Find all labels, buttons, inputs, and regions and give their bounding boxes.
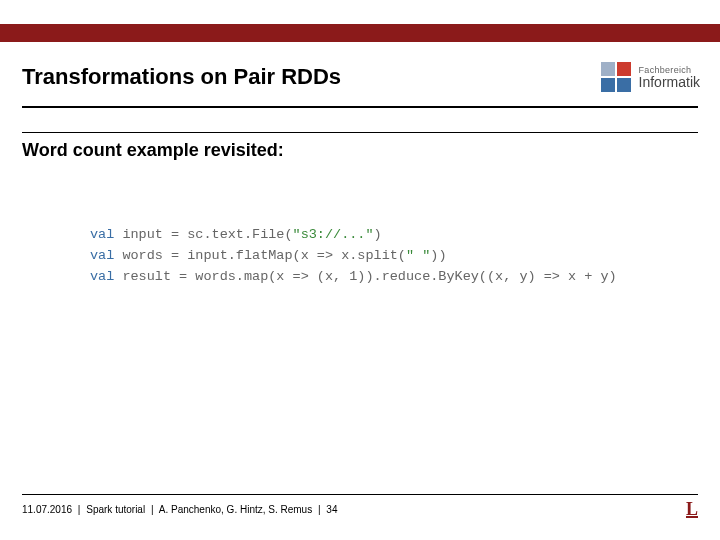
string-literal: " " [406, 248, 430, 263]
code-text: result = words.map(x => (x, 1)).reduce.B… [114, 269, 616, 284]
logo-text: Fachbereich Informatik [639, 66, 700, 89]
code-text: )) [430, 248, 446, 263]
corner-logo: L [686, 499, 698, 520]
footer-date: 11.07.2016 [22, 504, 72, 515]
footer-course: Spark tutorial [86, 504, 145, 515]
footer-page: 34 [326, 504, 337, 515]
footer-meta: 11.07.2016 | Spark tutorial | A. Panchen… [22, 504, 337, 515]
footer: 11.07.2016 | Spark tutorial | A. Panchen… [22, 494, 698, 520]
slide-title: Transformations on Pair RDDs [22, 64, 341, 90]
code-text: input = sc.text.File( [114, 227, 292, 242]
footer-authors: A. Panchenko, G. Hintz, S. Remus [159, 504, 312, 515]
department-logo: Fachbereich Informatik [601, 62, 700, 92]
accent-bar [0, 24, 720, 42]
keyword: val [90, 227, 114, 242]
keyword: val [90, 269, 114, 284]
divider-thick [22, 106, 698, 108]
code-example: val input = sc.text.File("s3://...") val… [90, 225, 617, 288]
separator: | [318, 504, 321, 515]
code-text: words = input.flatMap(x => x.split( [114, 248, 406, 263]
header: Transformations on Pair RDDs Fachbereich… [0, 48, 720, 106]
logo-grid-icon [601, 62, 631, 92]
code-text: ) [374, 227, 382, 242]
divider-thin [22, 132, 698, 133]
separator: | [151, 504, 154, 515]
keyword: val [90, 248, 114, 263]
section-heading: Word count example revisited: [22, 140, 284, 161]
separator: | [78, 504, 81, 515]
string-literal: "s3://..." [293, 227, 374, 242]
logo-line2: Informatik [639, 75, 700, 89]
